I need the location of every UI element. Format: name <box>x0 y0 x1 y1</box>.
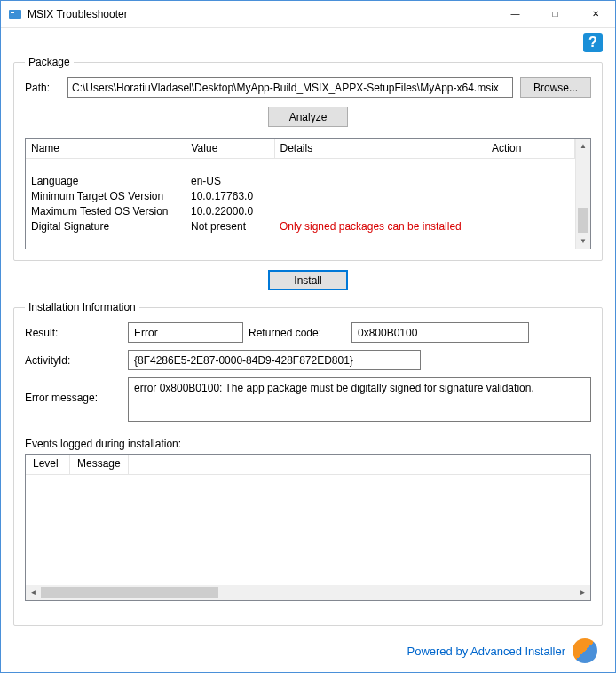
browse-button[interactable]: Browse... <box>520 77 591 98</box>
install-button[interactable]: Install <box>268 270 348 290</box>
path-label: Path: <box>25 82 60 94</box>
cell-value: 10.0.22000.0 <box>186 203 274 218</box>
col-level[interactable]: Level <box>26 455 70 474</box>
events-label: Events logged during installation: <box>25 438 591 450</box>
table-row[interactable] <box>26 158 575 173</box>
install-info-group: Installation Information Result: Returne… <box>13 301 603 626</box>
package-table: Name Value Details Action Languageen-USM… <box>25 138 591 249</box>
cell-details <box>274 188 486 203</box>
window-controls: — □ ✕ <box>495 1 615 27</box>
table-header-row: Name Value Details Action <box>26 139 575 158</box>
col-value[interactable]: Value <box>186 139 274 158</box>
cell-value: en-US <box>186 173 274 188</box>
minimize-button[interactable]: — <box>495 1 535 27</box>
scroll-thumb[interactable] <box>578 208 588 233</box>
returned-code-label: Returned code: <box>249 327 346 339</box>
info-grid: Result: Returned code: <box>25 322 591 343</box>
cell-details <box>274 203 486 218</box>
events-table: Level Message ◄ ► <box>25 454 591 601</box>
hscroll-thumb[interactable] <box>41 587 218 598</box>
cell-name: Digital Signature <box>26 218 186 234</box>
advanced-installer-icon[interactable] <box>573 638 597 663</box>
col-message[interactable]: Message <box>70 455 129 474</box>
scroll-left-icon[interactable]: ◄ <box>26 585 41 600</box>
window-title: MSIX Troubleshooter <box>28 8 495 20</box>
error-label: Error message: <box>25 377 122 404</box>
error-message-field[interactable]: error 0x800B0100: The app package must b… <box>128 377 591 422</box>
scroll-up-icon[interactable]: ▲ <box>576 139 590 154</box>
titlebar: MSIX Troubleshooter — □ ✕ <box>1 1 615 28</box>
content: ? Package Path: Browse... Analyze N <box>1 28 615 672</box>
scroll-down-icon[interactable]: ▼ <box>576 234 590 249</box>
scroll-right-icon[interactable]: ► <box>575 585 590 600</box>
cell-details <box>274 173 486 188</box>
returned-code-field[interactable] <box>351 322 529 343</box>
cell-action <box>486 173 575 188</box>
result-field[interactable] <box>128 322 243 343</box>
activity-row: ActivityId: <box>25 350 591 370</box>
activity-field[interactable] <box>128 350 421 370</box>
cell-value: 10.0.17763.0 <box>186 188 274 203</box>
table-row[interactable]: Digital SignatureNot presentOnly signed … <box>26 218 575 234</box>
col-name[interactable]: Name <box>26 139 186 158</box>
window: MSIX Troubleshooter — □ ✕ ? Package Path… <box>0 0 616 673</box>
install-row: Install <box>13 270 603 290</box>
vertical-scrollbar[interactable]: ▲ ▼ <box>575 139 590 249</box>
path-row: Path: Browse... <box>25 77 591 98</box>
table-row[interactable]: Languageen-US <box>26 173 575 188</box>
cell-name: Maximum Tested OS Version <box>26 203 186 218</box>
package-table-body: Name Value Details Action Languageen-USM… <box>26 139 575 249</box>
app-icon <box>8 7 22 21</box>
powered-by-link[interactable]: Powered by Advanced Installer <box>407 645 566 658</box>
package-group: Package Path: Browse... Analyze Name <box>13 56 603 261</box>
table-row[interactable]: Maximum Tested OS Version10.0.22000.0 <box>26 203 575 218</box>
cell-action <box>486 203 575 218</box>
analyze-row: Analyze <box>25 107 591 127</box>
cell-details: Only signed packages can be installed <box>274 218 486 234</box>
install-info-legend: Installation Information <box>25 301 139 313</box>
cell-action <box>486 188 575 203</box>
path-input[interactable] <box>67 77 513 98</box>
horizontal-scrollbar[interactable]: ◄ ► <box>26 585 590 600</box>
svg-rect-0 <box>9 10 21 19</box>
maximize-button[interactable]: □ <box>535 1 575 27</box>
events-header: Level Message <box>26 455 590 475</box>
analyze-button[interactable]: Analyze <box>268 107 348 127</box>
cell-name: Language <box>26 173 186 188</box>
col-details[interactable]: Details <box>274 139 486 158</box>
cell-action <box>486 218 575 234</box>
help-row: ? <box>13 33 603 52</box>
activity-label: ActivityId: <box>25 354 122 367</box>
col-action[interactable]: Action <box>486 139 575 158</box>
footer: Powered by Advanced Installer <box>13 635 603 663</box>
package-legend: Package <box>25 56 74 68</box>
cell-value: Not present <box>186 218 274 234</box>
error-row: Error message: error 0x800B0100: The app… <box>25 377 591 422</box>
svg-rect-1 <box>11 12 14 13</box>
close-button[interactable]: ✕ <box>575 1 615 27</box>
table-row[interactable]: Minimum Target OS Version10.0.17763.0 <box>26 188 575 203</box>
help-icon[interactable]: ? <box>583 33 603 52</box>
result-label: Result: <box>25 327 122 339</box>
cell-name: Minimum Target OS Version <box>26 188 186 203</box>
